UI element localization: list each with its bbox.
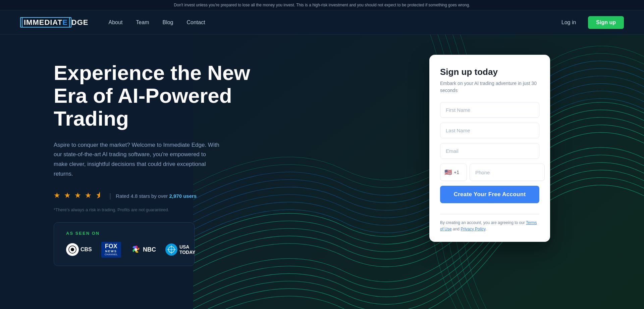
- signup-button[interactable]: Sign up: [588, 16, 624, 29]
- first-name-input[interactable]: [440, 102, 539, 118]
- country-code: +1: [454, 170, 459, 175]
- phone-row: 🇺🇸 +1: [440, 164, 539, 181]
- nav-blog[interactable]: Blog: [162, 19, 173, 26]
- card-title: Sign up today: [440, 67, 539, 77]
- media-logos: CBS FOX NEWS CHANNEL: [66, 242, 182, 257]
- rating-text: Rated 4.8 stars by over 2,970 users: [116, 193, 197, 199]
- main-content: Experience the New Era of AI-Powered Tra…: [0, 35, 644, 309]
- login-button[interactable]: Log in: [556, 17, 582, 28]
- email-input[interactable]: [440, 143, 539, 159]
- cbs-logo: CBS: [66, 243, 92, 256]
- star-half: ⯨: [95, 191, 105, 201]
- disclaimer-text: *There's always a risk in trading. Profi…: [54, 207, 268, 212]
- banner-text: Don't invest unless you're prepared to l…: [174, 3, 470, 7]
- header-actions: Log in Sign up: [556, 16, 624, 29]
- hero-section: Experience the New Era of AI-Powered Tra…: [0, 35, 288, 309]
- star-4: ★: [85, 191, 94, 201]
- svg-point-3: [135, 248, 137, 251]
- card-divider: [440, 214, 539, 214]
- header: IMMEDIATEDGE About Team Blog Contact Log…: [0, 10, 644, 35]
- fox-logo: FOX NEWS CHANNEL: [101, 242, 121, 257]
- card-subtitle: Embark on your AI trading adventure in j…: [440, 80, 539, 94]
- logo[interactable]: IMMEDIATEDGE: [20, 18, 89, 27]
- nav-team[interactable]: Team: [136, 19, 149, 26]
- hero-subtitle: Aspire to conquer the market? Welcome to…: [54, 140, 221, 179]
- logo-text: IMMEDIATEDGE: [20, 18, 89, 27]
- star-2: ★: [64, 191, 73, 201]
- main-nav: About Team Blog Contact: [109, 19, 556, 26]
- as-seen-on-box: AS SEEN ON CBS FOX NEWS: [54, 222, 195, 266]
- rating-row: ★ ★ ★ ★ ⯨ | Rated 4.8 stars by over 2,97…: [54, 191, 268, 201]
- signup-panel: Sign up today Embark on your AI trading …: [429, 55, 550, 242]
- svg-point-2: [71, 248, 74, 251]
- nav-contact[interactable]: Contact: [186, 19, 205, 26]
- as-seen-label: AS SEEN ON: [66, 231, 182, 236]
- create-account-button[interactable]: Create Your Free Account: [440, 186, 539, 203]
- privacy-policy-link[interactable]: Privacy Policy: [461, 227, 485, 231]
- hero-title: Experience the New Era of AI-Powered Tra…: [54, 61, 268, 130]
- star-rating: ★ ★ ★ ★ ⯨: [54, 191, 105, 201]
- star-3: ★: [74, 191, 84, 201]
- usa-circle: [165, 244, 177, 256]
- nbc-logo: NBC: [130, 244, 156, 255]
- country-flag: 🇺🇸: [444, 169, 452, 176]
- top-banner: Don't invest unless you're prepared to l…: [0, 0, 644, 10]
- usa-today-text: USA TODAY: [179, 244, 195, 256]
- country-selector[interactable]: 🇺🇸 +1: [440, 164, 467, 181]
- logo-highlight: IMMEDIATE: [20, 17, 71, 28]
- star-1: ★: [54, 191, 63, 201]
- terms-text: By creating an account, you are agreeing…: [440, 220, 539, 232]
- phone-input[interactable]: [470, 164, 545, 181]
- rating-divider: |: [109, 192, 111, 200]
- signup-card: Sign up today Embark on your AI trading …: [429, 55, 550, 242]
- usa-today-logo: USA TODAY: [165, 244, 195, 256]
- nav-about[interactable]: About: [109, 19, 123, 26]
- cbs-circle: [66, 243, 79, 256]
- last-name-input[interactable]: [440, 123, 539, 138]
